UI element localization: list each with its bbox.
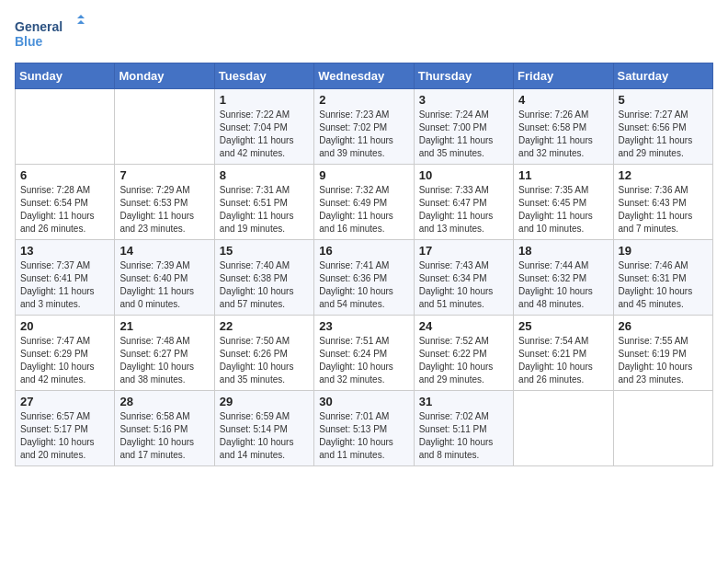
sunrise: Sunrise: 7:01 AM bbox=[319, 411, 389, 421]
day-info: Sunrise: 7:39 AM Sunset: 6:40 PM Dayligh… bbox=[119, 259, 209, 311]
day-info: Sunrise: 7:52 AM Sunset: 6:22 PM Dayligh… bbox=[419, 335, 508, 386]
daylight: Daylight: 10 hours and 17 minutes. bbox=[119, 437, 194, 460]
daylight: Daylight: 10 hours and 8 minutes. bbox=[419, 437, 494, 460]
calendar-cell: 21 Sunrise: 7:48 AM Sunset: 6:27 PM Dayl… bbox=[115, 316, 214, 391]
logo: General Blue bbox=[15, 15, 88, 52]
day-info: Sunrise: 6:58 AM Sunset: 5:16 PM Dayligh… bbox=[119, 410, 209, 462]
sunrise: Sunrise: 7:33 AM bbox=[419, 185, 489, 195]
daylight: Daylight: 11 hours and 23 minutes. bbox=[119, 211, 194, 234]
sunset: Sunset: 6:49 PM bbox=[319, 198, 387, 208]
sunrise: Sunrise: 7:26 AM bbox=[518, 109, 588, 120]
calendar-cell: 3 Sunrise: 7:24 AM Sunset: 7:00 PM Dayli… bbox=[414, 89, 513, 165]
calendar-cell: 25 Sunrise: 7:54 AM Sunset: 6:21 PM Dayl… bbox=[514, 316, 613, 391]
calendar-cell bbox=[16, 89, 115, 165]
day-number: 6 bbox=[20, 168, 109, 182]
day-number: 14 bbox=[119, 244, 209, 258]
calendar-cell: 30 Sunrise: 7:01 AM Sunset: 5:13 PM Dayl… bbox=[314, 391, 414, 466]
calendar-cell: 17 Sunrise: 7:43 AM Sunset: 6:34 PM Dayl… bbox=[414, 240, 513, 316]
day-info: Sunrise: 7:26 AM Sunset: 6:58 PM Dayligh… bbox=[518, 109, 608, 160]
calendar-week-row: 27 Sunrise: 6:57 AM Sunset: 5:17 PM Dayl… bbox=[16, 391, 713, 466]
daylight: Daylight: 11 hours and 7 minutes. bbox=[619, 211, 693, 234]
sunrise: Sunrise: 7:43 AM bbox=[419, 260, 489, 270]
weekday-header: Tuesday bbox=[214, 63, 313, 89]
sunset: Sunset: 6:24 PM bbox=[319, 349, 387, 359]
sunrise: Sunrise: 7:40 AM bbox=[220, 260, 290, 270]
calendar-cell: 13 Sunrise: 7:37 AM Sunset: 6:41 PM Dayl… bbox=[16, 240, 115, 316]
calendar-cell: 28 Sunrise: 6:58 AM Sunset: 5:16 PM Dayl… bbox=[115, 391, 214, 466]
day-info: Sunrise: 7:44 AM Sunset: 6:32 PM Dayligh… bbox=[518, 259, 608, 311]
calendar-cell: 8 Sunrise: 7:31 AM Sunset: 6:51 PM Dayli… bbox=[214, 165, 313, 240]
calendar-week-row: 13 Sunrise: 7:37 AM Sunset: 6:41 PM Dayl… bbox=[16, 240, 713, 316]
page-header: General Blue bbox=[15, 15, 713, 52]
daylight: Daylight: 11 hours and 35 minutes. bbox=[419, 135, 494, 158]
daylight: Daylight: 11 hours and 0 minutes. bbox=[119, 286, 194, 309]
calendar-table: SundayMondayTuesdayWednesdayThursdayFrid… bbox=[15, 63, 713, 466]
daylight: Daylight: 11 hours and 26 minutes. bbox=[20, 211, 95, 234]
sunrise: Sunrise: 7:29 AM bbox=[119, 185, 189, 195]
sunset: Sunset: 6:47 PM bbox=[419, 198, 487, 208]
daylight: Daylight: 11 hours and 32 minutes. bbox=[518, 135, 593, 158]
calendar-cell: 26 Sunrise: 7:55 AM Sunset: 6:19 PM Dayl… bbox=[613, 316, 712, 391]
day-number: 1 bbox=[220, 93, 309, 107]
calendar-week-row: 1 Sunrise: 7:22 AM Sunset: 7:04 PM Dayli… bbox=[16, 89, 713, 165]
sunset: Sunset: 6:43 PM bbox=[619, 198, 687, 208]
sunrise: Sunrise: 6:58 AM bbox=[119, 411, 189, 421]
weekday-header: Saturday bbox=[613, 63, 712, 89]
weekday-header: Thursday bbox=[414, 63, 513, 89]
day-number: 5 bbox=[619, 93, 708, 107]
sunrise: Sunrise: 7:39 AM bbox=[119, 260, 189, 270]
sunset: Sunset: 6:45 PM bbox=[518, 198, 586, 208]
daylight: Daylight: 10 hours and 38 minutes. bbox=[119, 362, 194, 385]
day-info: Sunrise: 7:36 AM Sunset: 6:43 PM Dayligh… bbox=[619, 184, 708, 236]
sunset: Sunset: 6:27 PM bbox=[119, 349, 188, 359]
weekday-header: Wednesday bbox=[314, 63, 414, 89]
sunset: Sunset: 5:16 PM bbox=[119, 424, 188, 434]
sunrise: Sunrise: 7:51 AM bbox=[319, 336, 389, 346]
sunset: Sunset: 6:53 PM bbox=[119, 198, 188, 208]
daylight: Daylight: 10 hours and 26 minutes. bbox=[518, 362, 593, 385]
sunset: Sunset: 7:04 PM bbox=[220, 122, 288, 132]
sunrise: Sunrise: 7:22 AM bbox=[220, 109, 290, 120]
daylight: Daylight: 10 hours and 20 minutes. bbox=[20, 437, 95, 460]
sunrise: Sunrise: 7:54 AM bbox=[518, 336, 588, 346]
calendar-cell: 11 Sunrise: 7:35 AM Sunset: 6:45 PM Dayl… bbox=[514, 165, 613, 240]
daylight: Daylight: 11 hours and 19 minutes. bbox=[220, 211, 294, 234]
day-number: 11 bbox=[518, 168, 608, 182]
day-info: Sunrise: 7:55 AM Sunset: 6:19 PM Dayligh… bbox=[619, 335, 708, 386]
day-info: Sunrise: 7:37 AM Sunset: 6:41 PM Dayligh… bbox=[20, 259, 109, 311]
sunset: Sunset: 5:13 PM bbox=[319, 424, 387, 434]
calendar-cell bbox=[613, 391, 712, 466]
day-info: Sunrise: 7:40 AM Sunset: 6:38 PM Dayligh… bbox=[220, 259, 309, 311]
daylight: Daylight: 11 hours and 42 minutes. bbox=[220, 135, 294, 158]
day-info: Sunrise: 7:41 AM Sunset: 6:36 PM Dayligh… bbox=[319, 259, 408, 311]
sunrise: Sunrise: 6:59 AM bbox=[220, 411, 290, 421]
day-info: Sunrise: 7:47 AM Sunset: 6:29 PM Dayligh… bbox=[20, 335, 109, 386]
sunset: Sunset: 6:51 PM bbox=[220, 198, 288, 208]
sunrise: Sunrise: 7:32 AM bbox=[319, 185, 389, 195]
sunrise: Sunrise: 7:48 AM bbox=[119, 336, 189, 346]
day-info: Sunrise: 7:51 AM Sunset: 6:24 PM Dayligh… bbox=[319, 335, 408, 386]
sunset: Sunset: 6:29 PM bbox=[20, 349, 88, 359]
day-number: 30 bbox=[319, 395, 408, 408]
day-number: 7 bbox=[119, 168, 209, 182]
sunset: Sunset: 6:21 PM bbox=[518, 349, 586, 359]
sunrise: Sunrise: 7:36 AM bbox=[619, 185, 688, 195]
day-info: Sunrise: 6:59 AM Sunset: 5:14 PM Dayligh… bbox=[220, 410, 309, 462]
sunrise: Sunrise: 7:28 AM bbox=[20, 185, 90, 195]
sunrise: Sunrise: 6:57 AM bbox=[20, 411, 90, 421]
day-number: 22 bbox=[220, 319, 309, 333]
sunset: Sunset: 7:02 PM bbox=[319, 122, 387, 132]
daylight: Daylight: 11 hours and 10 minutes. bbox=[518, 211, 593, 234]
sunset: Sunset: 6:58 PM bbox=[518, 122, 586, 132]
daylight: Daylight: 10 hours and 23 minutes. bbox=[619, 362, 693, 385]
sunrise: Sunrise: 7:47 AM bbox=[20, 336, 90, 346]
daylight: Daylight: 10 hours and 48 minutes. bbox=[518, 286, 593, 309]
day-info: Sunrise: 6:57 AM Sunset: 5:17 PM Dayligh… bbox=[20, 410, 109, 462]
calendar-cell: 29 Sunrise: 6:59 AM Sunset: 5:14 PM Dayl… bbox=[214, 391, 313, 466]
calendar-cell: 14 Sunrise: 7:39 AM Sunset: 6:40 PM Dayl… bbox=[115, 240, 214, 316]
day-info: Sunrise: 7:33 AM Sunset: 6:47 PM Dayligh… bbox=[419, 184, 508, 236]
daylight: Daylight: 10 hours and 14 minutes. bbox=[220, 437, 294, 460]
calendar-cell: 1 Sunrise: 7:22 AM Sunset: 7:04 PM Dayli… bbox=[214, 89, 313, 165]
weekday-header: Sunday bbox=[16, 63, 115, 89]
day-number: 20 bbox=[20, 319, 109, 333]
